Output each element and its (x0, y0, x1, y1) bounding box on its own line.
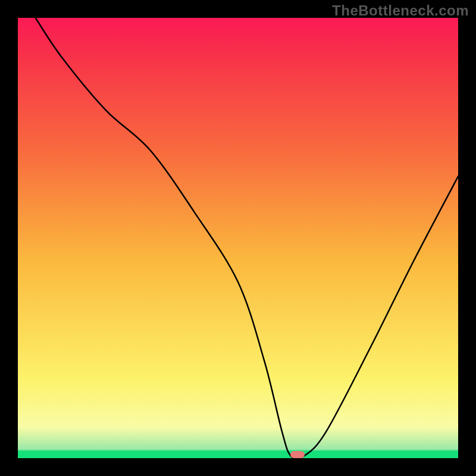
bottleneck-curve (18, 18, 458, 458)
watermark-text: TheBottleneck.com (332, 2, 469, 19)
chart-frame: TheBottleneck.com (0, 0, 476, 476)
optimal-point-marker (290, 451, 305, 458)
